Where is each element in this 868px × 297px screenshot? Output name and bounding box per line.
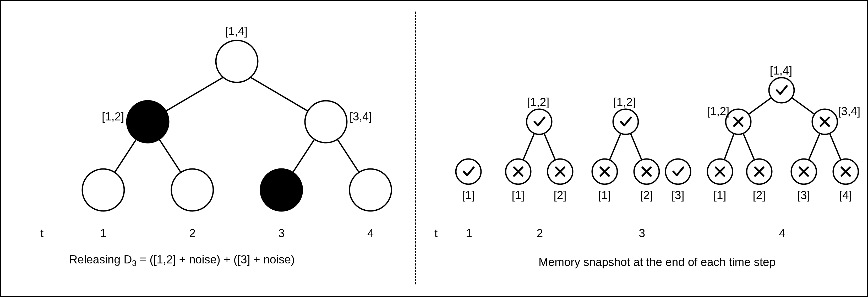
snap4-l3-label: [3] (797, 189, 810, 202)
t4-left: 4 (367, 227, 374, 240)
node-root (216, 40, 258, 82)
snap4-ml-label: [1,2] (707, 105, 730, 118)
t2-left: 2 (189, 227, 195, 240)
caption-prefix: Releasing D (69, 253, 132, 266)
node-leaf-3 (260, 169, 302, 211)
snap3-top (613, 109, 638, 134)
snap2-top (527, 109, 552, 134)
label-root: [1,4] (225, 25, 248, 38)
snap1 (456, 159, 481, 184)
snap3-leaf3-label: [3] (672, 189, 684, 202)
snap2-leaf1-label: [1] (512, 189, 525, 202)
snap3 (592, 109, 691, 184)
left-caption: Releasing D3 = ([1,2] + noise) + ([3] + … (69, 253, 383, 268)
t1-left: 1 (100, 227, 106, 240)
diagram-frame: [1,4] [1,2] [3,4] t 1 2 3 4 Releasing D3… (0, 0, 868, 297)
snap4 (707, 78, 858, 184)
snap3-leaf2-label: [2] (640, 189, 653, 202)
t-axis-label-right: t (434, 227, 437, 240)
node-leaf-2 (172, 169, 213, 211)
snap4-root-label: [1,4] (770, 64, 792, 77)
right-svg (416, 1, 868, 297)
caption-sub: 3 (132, 259, 136, 268)
label-mid-right: [3,4] (349, 110, 372, 123)
left-tree-svg (1, 1, 415, 297)
snap2-top-label: [1,2] (527, 96, 550, 109)
snap1-leaf1-label: [1] (462, 189, 475, 202)
node-mid-left (127, 101, 169, 143)
t3-left: 3 (278, 227, 284, 240)
snap4-mr-label: [3,4] (838, 105, 860, 118)
right-panel: [1] [1,2] [1] [2] [1,2] [1] [2] [3] [1,4… (416, 1, 868, 297)
t4-right: 4 (779, 227, 785, 240)
t2-right: 2 (536, 227, 543, 240)
right-caption: Memory snapshot at the end of each time … (500, 255, 814, 269)
snap4-root (769, 78, 794, 103)
snap4-l4-label: [4] (839, 189, 852, 202)
node-leaf-4 (349, 169, 392, 211)
snap4-l1-label: [1] (713, 189, 726, 202)
caption-suffix: = ([1,2] + noise) + ([3] + noise) (136, 253, 295, 266)
t3-right: 3 (639, 227, 645, 240)
label-mid-left: [1,2] (98, 110, 124, 123)
node-leaf-1 (82, 169, 124, 211)
snap2-leaf2-label: [2] (554, 189, 566, 202)
snap2 (506, 109, 573, 184)
node-mid-right (305, 101, 347, 143)
snap3-top-label: [1,2] (613, 96, 636, 109)
snap3-leaf1-label: [1] (598, 189, 611, 202)
t1-right: 1 (466, 227, 472, 240)
left-panel: [1,4] [1,2] [3,4] t 1 2 3 4 Releasing D3… (1, 1, 415, 297)
left-nodes (82, 40, 392, 211)
snap1-leaf1 (456, 159, 481, 184)
snap4-l2-label: [2] (753, 189, 766, 202)
t-axis-label-left: t (40, 227, 43, 240)
snap3-leaf3 (665, 159, 691, 184)
